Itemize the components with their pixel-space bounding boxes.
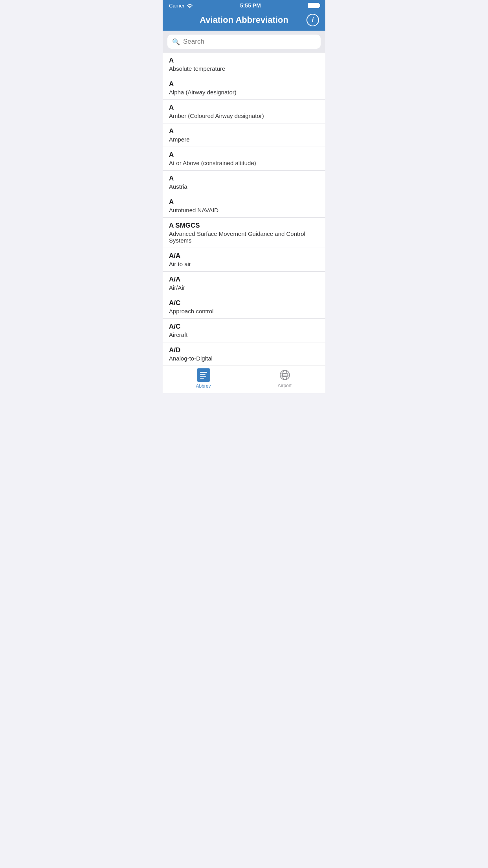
list-item[interactable]: A/A Air/Air xyxy=(163,272,325,295)
abbrev-meaning: Approach control xyxy=(169,308,319,314)
abbrev-meaning: Alpha (Airway designator) xyxy=(169,89,319,96)
list-item[interactable]: A/C Approach control xyxy=(163,295,325,319)
abbrev-code: A xyxy=(169,104,319,112)
abbrev-code: A SMGCS xyxy=(169,222,319,230)
abbrev-code: A/C xyxy=(169,299,319,307)
info-button[interactable]: i xyxy=(306,14,319,26)
abbreviation-list: A Absolute temperature A Alpha (Airway d… xyxy=(163,53,325,366)
abbrev-tab-icon xyxy=(197,368,210,382)
abbrev-code: A/A xyxy=(169,252,319,260)
tab-bar: Abbrev Airport xyxy=(163,366,325,393)
list-item[interactable]: A Alpha (Airway designator) xyxy=(163,76,325,100)
list-item[interactable]: A Absolute temperature xyxy=(163,53,325,76)
airport-tab-icon xyxy=(279,369,291,381)
abbrev-meaning: At or Above (constrained altitude) xyxy=(169,160,319,166)
list-item[interactable]: A Ampere xyxy=(163,123,325,147)
battery-icon xyxy=(308,3,319,8)
list-item[interactable]: A At or Above (constrained altitude) xyxy=(163,147,325,171)
tab-airport-label: Airport xyxy=(278,383,292,388)
abbrev-code: A xyxy=(169,175,319,182)
tab-abbrev-label: Abbrev xyxy=(196,383,211,389)
list-item[interactable]: A/C Aircraft xyxy=(163,319,325,342)
abbrev-meaning: Air/Air xyxy=(169,284,319,291)
list-item[interactable]: A/D Analog-to-Digital xyxy=(163,342,325,366)
carrier-label: Carrier xyxy=(169,3,193,9)
abbrev-code: A xyxy=(169,80,319,88)
abbrev-code: A xyxy=(169,127,319,135)
search-input[interactable] xyxy=(183,38,316,46)
status-time: 5:55 PM xyxy=(240,2,261,9)
abbrev-meaning: Amber (Coloured Airway designator) xyxy=(169,112,319,119)
abbrev-meaning: Autotuned NAVAID xyxy=(169,207,319,213)
abbrev-meaning: Air to air xyxy=(169,261,319,267)
abbrev-meaning: Absolute temperature xyxy=(169,65,319,72)
list-item[interactable]: A/A Air to air xyxy=(163,248,325,272)
abbrev-code: A/C xyxy=(169,323,319,331)
status-bar: Carrier 5:55 PM xyxy=(163,0,325,11)
abbrev-code: A xyxy=(169,151,319,159)
list-item[interactable]: A Autotuned NAVAID xyxy=(163,194,325,218)
abbrev-meaning: Austria xyxy=(169,183,319,190)
svg-rect-3 xyxy=(200,378,204,379)
abbrev-code: A/A xyxy=(169,276,319,283)
page-title: Aviation Abbreviation xyxy=(200,15,288,25)
tab-abbrev[interactable]: Abbrev xyxy=(163,366,244,393)
search-container: 🔍 xyxy=(163,31,325,53)
abbrev-meaning: Ampere xyxy=(169,136,319,143)
tab-airport[interactable]: Airport xyxy=(244,366,325,393)
list-item[interactable]: A Austria xyxy=(163,171,325,194)
svg-rect-1 xyxy=(200,374,205,375)
svg-rect-2 xyxy=(200,376,206,377)
abbrev-meaning: Advanced Surface Movement Guidance and C… xyxy=(169,230,319,244)
search-bar: 🔍 xyxy=(167,35,321,49)
battery-indicator xyxy=(308,3,319,8)
list-item[interactable]: A SMGCS Advanced Surface Movement Guidan… xyxy=(163,218,325,248)
abbrev-code: A xyxy=(169,198,319,206)
abbrev-code: A/D xyxy=(169,346,319,354)
abbrev-meaning: Analog-to-Digital xyxy=(169,355,319,362)
app-header: Aviation Abbreviation i xyxy=(163,11,325,31)
svg-rect-0 xyxy=(200,372,207,373)
list-item[interactable]: A Amber (Coloured Airway designator) xyxy=(163,100,325,123)
search-icon: 🔍 xyxy=(172,38,180,46)
abbrev-code: A xyxy=(169,57,319,64)
abbrev-meaning: Aircraft xyxy=(169,331,319,338)
